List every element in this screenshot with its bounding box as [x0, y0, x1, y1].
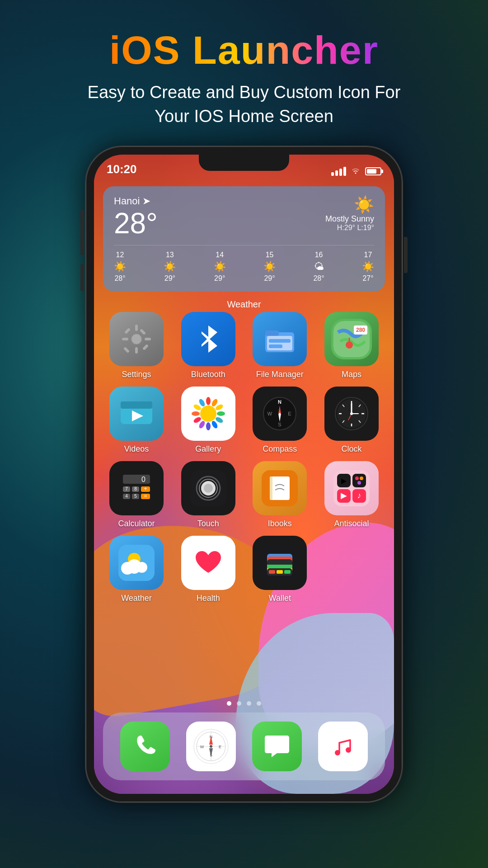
- svg-text:4: 4: [125, 494, 128, 499]
- svg-point-25: [217, 411, 225, 416]
- status-time: 10:20: [107, 162, 137, 176]
- svg-rect-78: [270, 476, 272, 500]
- app-ibooks[interactable]: Ibooks: [246, 461, 313, 528]
- app-title: iOS Launcher: [88, 27, 401, 73]
- forecast-day-15: 15 ☀️ 29°: [263, 251, 276, 283]
- settings-icon: [109, 312, 164, 366]
- svg-text:N: N: [210, 735, 213, 739]
- ibooks-label: Ibooks: [268, 519, 292, 528]
- svg-text:N: N: [278, 399, 282, 405]
- weather-left: Hanoi ➤ 28°: [114, 195, 158, 238]
- dock-music[interactable]: [318, 722, 368, 771]
- antisocial-label: Antisocial: [334, 519, 369, 528]
- videos-label: Videos: [124, 444, 149, 454]
- compass-icon: N E S W: [253, 387, 307, 441]
- app-row-4: Weather Health: [103, 536, 385, 603]
- clock-icon: [324, 387, 379, 441]
- page-dots: [94, 701, 394, 706]
- forecast-day-17: 17 ☀️ 27°: [362, 251, 374, 283]
- svg-rect-2: [135, 347, 138, 354]
- weather-widget[interactable]: Hanoi ➤ 28° ☀️ Mostly Sunny H:29° L:19° …: [103, 186, 385, 292]
- app-file-manager[interactable]: File Manager: [246, 312, 313, 379]
- app-compass[interactable]: N E S W Compass: [246, 387, 313, 454]
- dock-phone[interactable]: [120, 722, 170, 771]
- svg-text:E: E: [219, 745, 221, 749]
- dock: N S W E: [103, 712, 385, 780]
- volume-down-button[interactable]: [80, 264, 84, 291]
- health-icon: [181, 536, 235, 590]
- page-dot-1[interactable]: [227, 701, 231, 706]
- dock-messages[interactable]: [252, 722, 302, 771]
- app-gallery[interactable]: Gallery: [175, 387, 242, 454]
- svg-text:+: +: [144, 486, 147, 492]
- svg-point-118: [335, 750, 340, 755]
- app-touch[interactable]: Touch: [175, 461, 242, 528]
- svg-text:S: S: [278, 422, 282, 427]
- weather-header: Hanoi ➤ 28° ☀️ Mostly Sunny H:29° L:19°: [114, 195, 374, 238]
- svg-rect-3: [122, 338, 128, 340]
- svg-rect-82: [352, 474, 366, 487]
- antisocial-icon: ▶ ▶ ♪: [324, 461, 379, 515]
- app-antisocial[interactable]: ▶ ▶ ♪ Antisocial: [318, 461, 385, 528]
- power-button[interactable]: [404, 237, 408, 273]
- app-bluetooth[interactable]: Bluetooth: [175, 312, 242, 379]
- touch-label: Touch: [197, 519, 219, 528]
- calculator-icon: 0 7 8 + 4 5: [109, 461, 164, 515]
- svg-rect-10: [265, 330, 279, 336]
- app-grid: Settings Bluetooth: [103, 312, 385, 610]
- weather-sun-icon: ☀️: [325, 195, 374, 214]
- clock-label: Clock: [341, 444, 361, 454]
- weather-right: ☀️ Mostly Sunny H:29° L:19°: [325, 195, 374, 232]
- ibooks-icon: [253, 461, 307, 515]
- wifi-icon: [351, 166, 361, 176]
- app-health[interactable]: Health: [175, 536, 242, 603]
- app-empty-slot: [318, 536, 385, 603]
- wallet-label: Wallet: [269, 594, 291, 603]
- file-manager-icon: [253, 312, 307, 366]
- svg-rect-1: [135, 325, 138, 331]
- app-calculator[interactable]: 0 7 8 + 4 5: [103, 461, 170, 528]
- svg-rect-13: [269, 344, 282, 348]
- svg-rect-57: [123, 475, 150, 484]
- page-dot-4[interactable]: [257, 701, 261, 706]
- svg-rect-100: [267, 565, 292, 568]
- svg-rect-5: [124, 328, 131, 334]
- svg-text:S: S: [210, 753, 212, 757]
- location-arrow-icon: ➤: [142, 195, 150, 207]
- app-clock[interactable]: Clock: [318, 387, 385, 454]
- svg-text:280: 280: [356, 327, 365, 333]
- app-maps[interactable]: 280 Maps: [318, 312, 385, 379]
- svg-text:♪: ♪: [357, 491, 361, 500]
- silent-switch[interactable]: [80, 210, 84, 228]
- svg-rect-7: [123, 347, 130, 353]
- settings-label: Settings: [122, 370, 151, 379]
- maps-label: Maps: [342, 370, 361, 379]
- app-weather[interactable]: Weather: [103, 536, 170, 603]
- page-dot-3[interactable]: [247, 701, 251, 706]
- svg-point-0: [131, 334, 142, 344]
- app-videos[interactable]: Videos: [103, 387, 170, 454]
- svg-rect-103: [269, 570, 275, 574]
- svg-text:5: 5: [134, 494, 137, 499]
- svg-point-22: [206, 397, 211, 405]
- dock-safari[interactable]: N S W E: [186, 722, 236, 771]
- svg-point-55: [350, 412, 353, 415]
- calculator-label: Calculator: [118, 519, 155, 528]
- forecast-day-14: 14 ☀️ 29°: [214, 251, 226, 283]
- volume-up-button[interactable]: [80, 228, 84, 255]
- app-settings[interactable]: Settings: [103, 312, 170, 379]
- section-label: Weather: [94, 299, 394, 310]
- weather-condition: Mostly Sunny: [325, 214, 374, 224]
- gallery-icon: [181, 387, 235, 441]
- maps-icon: 280: [324, 312, 379, 366]
- svg-rect-105: [284, 570, 291, 574]
- app-wallet[interactable]: Wallet: [246, 536, 313, 603]
- forecast-day-13: 13 ☀️ 29°: [164, 251, 176, 283]
- svg-point-83: [355, 476, 359, 480]
- svg-text:▶: ▶: [341, 477, 347, 485]
- app-row-3: 0 7 8 + 4 5: [103, 461, 385, 528]
- svg-rect-4: [145, 338, 151, 340]
- svg-text:W: W: [267, 411, 272, 416]
- svg-text:0: 0: [141, 476, 145, 483]
- page-dot-2[interactable]: [237, 701, 241, 706]
